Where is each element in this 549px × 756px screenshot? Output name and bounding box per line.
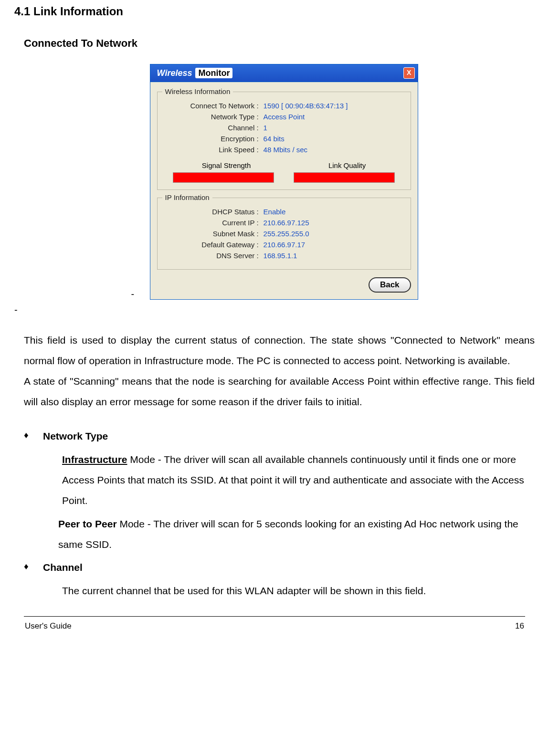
value-encryption: 64 bits <box>264 135 285 143</box>
brand-wireless: Wireless <box>157 68 192 78</box>
diamond-icon: ♦ <box>24 426 43 446</box>
label-connect: Connect To Network : <box>163 102 264 110</box>
label-mask: Subnet Mask : <box>163 230 264 238</box>
body-channel: The current channel that be used for thi… <box>62 580 535 601</box>
value-speed: 48 Mbits / sec <box>264 146 308 154</box>
row-dhcp: DHCP Status : Enable <box>163 208 405 216</box>
heading-channel: Channel <box>43 557 83 578</box>
body-infrastructure: Infrastructure Mode - The driver will sc… <box>62 449 535 511</box>
dash-marker-below: - <box>14 304 535 315</box>
dash-marker: - <box>131 289 134 300</box>
value-channel: 1 <box>264 124 267 132</box>
section-title: 4.1 Link Information <box>14 5 535 18</box>
subtitle-connected: Connected To Network <box>24 37 535 50</box>
signal-labels-row: Signal Strength Link Quality <box>163 161 405 169</box>
bullet-list: ♦ Network Type Infrastructure Mode - The… <box>24 426 535 601</box>
value-gateway: 210.66.97.17 <box>264 241 306 249</box>
row-ip: Current IP : 210.66.97.125 <box>163 219 405 227</box>
body-peer: Peer to Peer Mode - The driver will scan… <box>58 514 535 555</box>
label-dns: DNS Server : <box>163 252 264 260</box>
signal-strength-bar <box>173 172 274 183</box>
footer-left: User's Guide <box>25 621 72 631</box>
window-client: Wireless Information Connect To Network … <box>150 82 418 299</box>
label-signal-strength: Signal Strength <box>202 161 251 169</box>
ip-info-legend: IP Information <box>162 193 212 201</box>
value-dhcp: Enable <box>264 208 286 216</box>
wireless-monitor-window: Wireless Monitor X Wireless Information … <box>150 64 418 300</box>
value-connect: 1590 [ 00:90:4B:63:47:13 ] <box>264 102 348 110</box>
brand-monitor: Monitor <box>195 68 232 78</box>
wireless-info-group: Wireless Information Connect To Network … <box>157 92 411 190</box>
text-infrastructure: Mode - The driver will scan all availabl… <box>62 454 524 506</box>
label-ip: Current IP : <box>163 219 264 227</box>
para2: A state of "Scanning" means that the nod… <box>24 376 535 407</box>
value-nettype: Access Point <box>264 113 305 121</box>
bullet-network-type: ♦ Network Type <box>24 426 535 446</box>
label-dhcp: DHCP Status : <box>163 208 264 216</box>
row-connect: Connect To Network : 1590 [ 00:90:4B:63:… <box>163 102 405 110</box>
footer-page-number: 16 <box>515 621 524 631</box>
row-nettype: Network Type : Access Point <box>163 113 405 121</box>
row-dns: DNS Server : 168.95.1.1 <box>163 252 405 260</box>
page-footer: User's Guide 16 <box>14 617 535 631</box>
paragraph-status: This field is used to display the curren… <box>24 330 535 412</box>
label-nettype: Network Type : <box>163 113 264 121</box>
value-ip: 210.66.97.125 <box>264 219 309 227</box>
value-mask: 255.255.255.0 <box>264 230 309 238</box>
label-speed: Link Speed : <box>163 146 264 154</box>
diamond-icon: ♦ <box>24 557 43 578</box>
window-title: Wireless Monitor <box>157 68 233 78</box>
row-gateway: Default Gateway : 210.66.97.17 <box>163 241 405 249</box>
row-speed: Link Speed : 48 Mbits / sec <box>163 146 405 154</box>
screenshot-wrap: - Wireless Monitor X Wireless Informatio… <box>14 64 535 300</box>
signal-bars-row <box>163 172 405 183</box>
button-row: Back <box>157 277 411 293</box>
text-peer: Mode - The driver will scan for 5 second… <box>58 518 518 550</box>
wireless-info-legend: Wireless Information <box>162 87 233 95</box>
bullet-channel: ♦ Channel <box>24 557 535 578</box>
label-encryption: Encryption : <box>163 135 264 143</box>
row-channel: Channel : 1 <box>163 124 405 132</box>
titlebar: Wireless Monitor X <box>150 64 418 82</box>
bold-infrastructure: Infrastructure <box>62 454 127 465</box>
back-button[interactable]: Back <box>369 277 411 293</box>
row-mask: Subnet Mask : 255.255.255.0 <box>163 230 405 238</box>
link-quality-bar <box>294 172 395 183</box>
para1: This field is used to display the curren… <box>24 335 535 366</box>
close-icon[interactable]: X <box>403 67 415 79</box>
label-channel: Channel : <box>163 124 264 132</box>
heading-network-type: Network Type <box>43 426 108 446</box>
value-dns: 168.95.1.1 <box>264 252 297 260</box>
label-gateway: Default Gateway : <box>163 241 264 249</box>
bold-peer: Peer to Peer <box>58 518 117 529</box>
row-encryption: Encryption : 64 bits <box>163 135 405 143</box>
label-link-quality: Link Quality <box>328 161 366 169</box>
ip-info-group: IP Information DHCP Status : Enable Curr… <box>157 198 411 270</box>
